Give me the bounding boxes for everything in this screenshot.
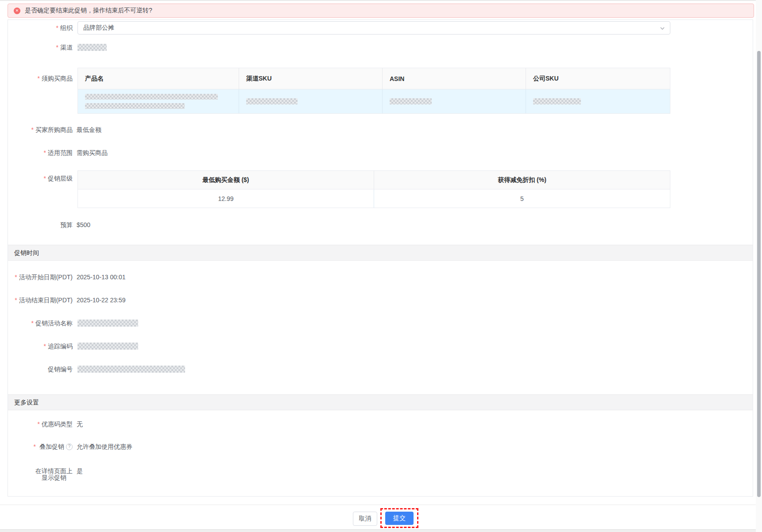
channel-label: 渠道 bbox=[8, 43, 73, 52]
organization-select-value: 品牌部公摊 bbox=[83, 24, 114, 32]
submit-button[interactable]: 提交 bbox=[385, 512, 414, 525]
asin-redacted bbox=[390, 98, 432, 104]
show-on-detail-label-line1: 在详情页面上 bbox=[8, 468, 73, 474]
promo-detail-panel: 组织 品牌部公摊 渠道 须购买商品 产品名 渠道SKU ASIN 公司SKU bbox=[8, 19, 753, 497]
show-on-detail-value: 是 bbox=[77, 466, 83, 475]
end-date-label: 活动结束日期(PDT) bbox=[8, 296, 73, 305]
coupon-type-label: 优惠码类型 bbox=[8, 420, 73, 428]
vertical-scrollbar-thumb[interactable] bbox=[757, 51, 761, 497]
scope-value: 需购买商品 bbox=[77, 148, 108, 157]
window-top-border bbox=[0, 0, 762, 1]
product-name-cell bbox=[78, 89, 239, 113]
budget-label: 预算 bbox=[8, 220, 73, 229]
promo-name-label: 促销活动名称 bbox=[8, 319, 73, 328]
chevron-down-icon bbox=[659, 25, 665, 31]
col-channel-sku: 渠道SKU bbox=[239, 68, 383, 89]
start-date-label: 活动开始日期(PDT) bbox=[8, 273, 73, 281]
question-circle-icon[interactable]: ? bbox=[66, 443, 73, 450]
channel-value-redacted bbox=[77, 44, 107, 51]
budget-value: $500 bbox=[77, 220, 90, 229]
tracking-code-redacted bbox=[77, 343, 138, 350]
buyer-products-value: 最低金额 bbox=[77, 125, 101, 134]
org-label: 组织 bbox=[8, 23, 73, 32]
end-date-value: 2025-10-22 23:59 bbox=[77, 296, 126, 305]
show-on-detail-label-line2: 显示促销 bbox=[8, 474, 73, 481]
scope-label: 适用范围 bbox=[8, 148, 73, 157]
required-products-table: 产品名 渠道SKU ASIN 公司SKU bbox=[77, 68, 670, 114]
footer-divider bbox=[0, 505, 762, 505]
product-row bbox=[78, 89, 670, 113]
alert-message: 是否确定要结束此促销，操作结束后不可逆转? bbox=[25, 7, 152, 15]
col-discount: 获得减免折扣 (%) bbox=[374, 171, 670, 189]
promo-name-redacted bbox=[77, 320, 138, 327]
stack-promo-label: 叠加促销 ? bbox=[8, 442, 73, 451]
company-sku-redacted bbox=[533, 98, 581, 104]
stack-promo-value: 允许叠加使用优惠券 bbox=[77, 442, 132, 451]
show-on-detail-label: 在详情页面上 显示促销 bbox=[8, 468, 73, 481]
channel-sku-redacted bbox=[246, 98, 298, 104]
col-company-sku: 公司SKU bbox=[526, 68, 670, 89]
buyer-products-label: 买家所购商品 bbox=[8, 125, 73, 134]
section-promo-time: 促销时间 bbox=[8, 245, 753, 261]
asin-cell bbox=[383, 89, 526, 113]
stack-promo-label-text: 叠加促销 bbox=[39, 442, 64, 451]
promo-id-label: 促销编号 bbox=[8, 365, 73, 374]
tier-table-header: 最低购买金额 ($) 获得减免折扣 (%) bbox=[78, 171, 670, 189]
start-date-value: 2025-10-13 00:01 bbox=[77, 273, 126, 281]
tier-row: 12.99 5 bbox=[78, 189, 670, 208]
col-asin: ASIN bbox=[383, 68, 526, 89]
product-name-redacted-line2 bbox=[85, 103, 185, 109]
company-sku-cell bbox=[526, 89, 670, 113]
error-circle-icon: ✕ bbox=[14, 8, 20, 14]
discount-cell: 5 bbox=[374, 189, 670, 208]
promo-tier-table: 最低购买金额 ($) 获得减免折扣 (%) 12.99 5 bbox=[77, 170, 670, 208]
coupon-type-value: 无 bbox=[77, 420, 83, 428]
col-product-name: 产品名 bbox=[78, 68, 239, 89]
vertical-scrollbar-track[interactable] bbox=[756, 0, 762, 532]
col-min-purchase: 最低购买金额 ($) bbox=[78, 171, 374, 189]
organization-select[interactable]: 品牌部公摊 bbox=[77, 21, 670, 35]
required-products-label: 须购买商品 bbox=[8, 74, 73, 83]
cancel-button[interactable]: 取消 bbox=[353, 512, 377, 526]
product-name-redacted-line1 bbox=[85, 94, 218, 100]
tracking-code-label: 追踪编码 bbox=[8, 342, 73, 351]
min-purchase-cell: 12.99 bbox=[78, 189, 374, 208]
promo-id-redacted bbox=[77, 366, 185, 373]
confirm-end-promo-alert: ✕ 是否确定要结束此促销，操作结束后不可逆转? bbox=[8, 4, 754, 18]
tier-label: 促销层级 bbox=[8, 174, 73, 183]
channel-sku-cell bbox=[239, 89, 383, 113]
section-more-settings: 更多设置 bbox=[8, 394, 753, 410]
products-table-header: 产品名 渠道SKU ASIN 公司SKU bbox=[78, 68, 670, 89]
bottom-edge-bar bbox=[0, 529, 762, 532]
submit-highlight-annotation: 提交 bbox=[380, 508, 418, 528]
